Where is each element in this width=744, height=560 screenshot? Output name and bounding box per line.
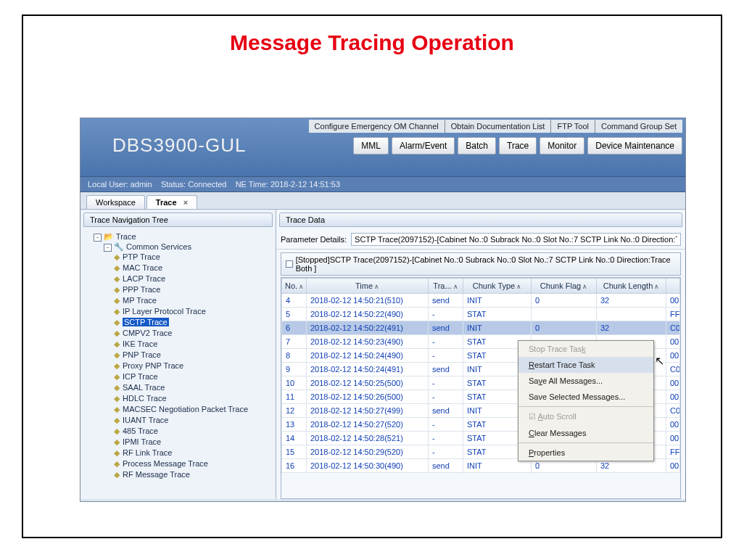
table-cell: 4	[282, 294, 307, 308]
bullet-icon: ◆	[114, 448, 120, 457]
tree-item[interactable]: ◆SCTP Trace	[114, 317, 273, 328]
tree-item-label: MACSEC Negotiation Packet Trace	[123, 405, 248, 413]
tree-item[interactable]: ◆485 Trace	[114, 426, 273, 437]
table-cell: 15	[282, 445, 307, 459]
column-header[interactable]: Tra...∧	[429, 279, 463, 294]
bullet-icon: ◆	[114, 416, 120, 424]
tree-item-label: Proxy PNP Trace	[123, 361, 183, 370]
menu-item[interactable]: Restart Trace Task	[518, 357, 653, 373]
table-cell: send	[429, 363, 463, 376]
tree-item[interactable]: ◆MP Trace	[114, 295, 273, 306]
sort-asc-icon: ∧	[453, 283, 458, 290]
tree-item[interactable]: ◆MACSEC Negotiation Packet Trace	[114, 404, 273, 415]
column-header[interactable]: Chunk Flag∧	[532, 279, 597, 294]
table-cell: 2018-02-12 14:50:26(500)	[307, 390, 429, 404]
table-cell: C0 00 4	[666, 404, 680, 418]
table-row[interactable]: 52018-02-12 14:50:22(490)-STATFF 00 00 0…	[282, 308, 680, 321]
table-cell: -	[429, 335, 463, 349]
table-cell: send	[429, 321, 463, 335]
table-cell: 2018-02-12 14:50:24(491)	[307, 363, 429, 376]
bullet-icon: ◆	[114, 394, 120, 403]
column-header[interactable]: Time∧	[307, 279, 429, 294]
table-cell: -	[429, 432, 463, 445]
table-cell: -	[429, 349, 463, 363]
column-header[interactable]	[666, 279, 680, 294]
tree-item[interactable]: ◆PNP Trace	[114, 350, 273, 361]
tree-item[interactable]: ◆SAAL Trace	[114, 382, 273, 393]
tree-item[interactable]: ◆PPP Trace	[114, 284, 273, 295]
tree-item[interactable]: ◆ICP Trace	[114, 371, 273, 382]
tree-item[interactable]: ◆PTP Trace	[114, 252, 273, 263]
table-cell: 10	[282, 376, 307, 390]
tree-item-label: MP Trace	[123, 296, 157, 305]
column-header[interactable]: Chunk Length∧	[597, 279, 666, 294]
menu-item[interactable]: Save Selected Messages...	[518, 389, 653, 405]
expand-icon[interactable]	[286, 260, 293, 268]
bullet-icon: ◆	[114, 329, 120, 337]
collapse-icon[interactable]: -	[104, 244, 112, 252]
tree-common-services[interactable]: -🔧 Common Services ◆PTP Trace◆MAC Trace◆…	[104, 242, 273, 481]
table-cell: -	[429, 418, 463, 432]
column-header[interactable]: No.∧	[282, 279, 307, 294]
table-cell: 2018-02-12 14:50:27(520)	[307, 418, 429, 432]
sort-asc-icon: ∧	[654, 283, 659, 290]
table-cell: -	[429, 445, 463, 459]
tree-item[interactable]: ◆IUANT Trace	[114, 415, 273, 426]
btn-mml[interactable]: MML	[353, 137, 389, 155]
tree-item[interactable]: ◆IKE Trace	[114, 339, 273, 350]
link-ftp-tool[interactable]: FTP Tool	[551, 120, 595, 133]
table-cell: 7	[282, 335, 307, 349]
trace-data-panel: Trace Data Parameter Details: [Stopped]S…	[276, 210, 685, 499]
link-command-group[interactable]: Command Group Set	[595, 120, 682, 133]
tab-workspace[interactable]: Workspace	[86, 195, 145, 209]
close-icon[interactable]: ×	[183, 198, 188, 207]
tree-item[interactable]: ◆Process Message Trace	[114, 458, 273, 469]
tree-item-label: IP Layer Protocol Trace	[123, 307, 206, 316]
collapse-icon[interactable]: -	[94, 234, 102, 242]
column-header[interactable]: Chunk Type∧	[463, 279, 532, 294]
btn-alarm-event[interactable]: Alarm/Event	[392, 137, 455, 155]
table-row[interactable]: 42018-02-12 14:50:21(510)sendINIT03200 4…	[282, 294, 680, 308]
trace-data-title: Trace Data	[279, 213, 682, 227]
tree-item[interactable]: ◆RF Message Trace	[114, 469, 273, 480]
trace-grid[interactable]: No.∧Time∧Tra...∧Chunk Type∧Chunk Flag∧Ch…	[281, 277, 681, 499]
tree-item-label: SCTP Trace	[123, 318, 169, 326]
btn-device-maintenance[interactable]: Device Maintenance	[587, 137, 682, 155]
tree-item[interactable]: ◆LACP Trace	[114, 273, 273, 284]
tree-item[interactable]: ◆HDLC Trace	[114, 393, 273, 404]
tree-item-label: CMPV2 Trace	[123, 329, 172, 337]
tree-item-label: PPP Trace	[123, 285, 160, 294]
grid-caption[interactable]: [Stopped]SCTP Trace(2097152)-[Cabinet No…	[281, 252, 681, 276]
table-cell	[532, 308, 597, 321]
link-config-emergency[interactable]: Configure Emergency OM Channel	[309, 120, 445, 133]
tree-item[interactable]: ◆RF Link Trace	[114, 448, 273, 458]
btn-monitor[interactable]: Monitor	[540, 137, 584, 155]
tree-item-label: Process Message Trace	[123, 459, 208, 468]
link-doc-list[interactable]: Obtain Documentation List	[445, 120, 552, 133]
param-details-field[interactable]	[351, 233, 681, 246]
tree-item[interactable]: ◆IPMI Trace	[114, 437, 273, 448]
table-cell: -	[429, 390, 463, 404]
btn-batch[interactable]: Batch	[458, 137, 496, 155]
table-cell: 2018-02-12 14:50:30(490)	[307, 459, 429, 473]
tab-trace[interactable]: Trace ×	[146, 195, 197, 209]
menu-item[interactable]: Properties	[518, 445, 653, 461]
bullet-icon: ◆	[114, 263, 120, 272]
menu-item: Stop Trace Task	[518, 341, 653, 357]
btn-trace[interactable]: Trace	[499, 137, 537, 155]
menu-item[interactable]: Clear Messages	[518, 425, 653, 441]
tree-item[interactable]: ◆IP Layer Protocol Trace	[114, 306, 273, 317]
tree-root[interactable]: -📂 Trace -🔧 Common Services ◆PTP Trace◆M…	[94, 231, 273, 482]
menu-item[interactable]: Save All Messages...	[518, 373, 653, 389]
table-cell: INIT	[463, 321, 532, 335]
tree-item[interactable]: ◆CMPV2 Trace	[114, 328, 273, 339]
table-cell: 00 00 0	[666, 432, 680, 445]
table-row[interactable]: 62018-02-12 14:50:22(491)sendINIT032C0 0…	[282, 321, 680, 335]
tree-item[interactable]: ◆Proxy PNP Trace	[114, 361, 273, 371]
table-cell: 00 00 0	[666, 349, 680, 363]
table-cell: 00 00 0	[666, 335, 680, 349]
trace-tree[interactable]: -📂 Trace -🔧 Common Services ◆PTP Trace◆M…	[80, 230, 276, 499]
tree-item-label: PTP Trace	[123, 252, 160, 261]
context-menu[interactable]: Stop Trace TaskRestart Trace TaskSave Al…	[518, 340, 654, 461]
tree-item[interactable]: ◆MAC Trace	[114, 263, 273, 273]
